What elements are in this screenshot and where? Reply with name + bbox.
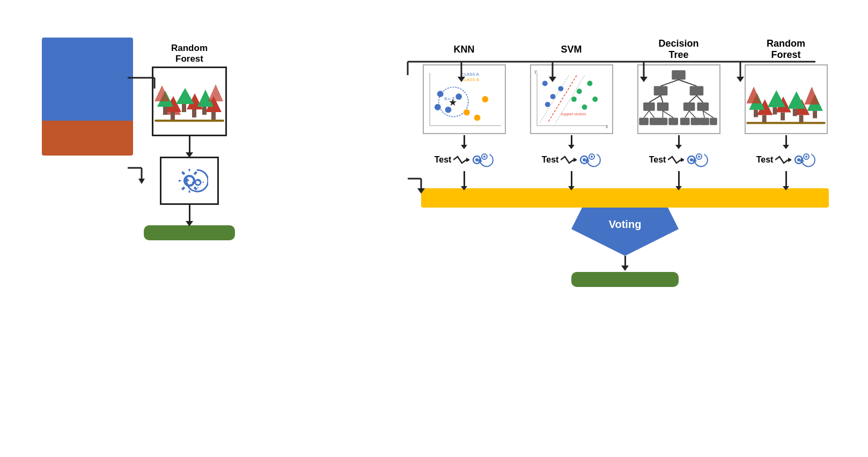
ens-forest-icon xyxy=(746,68,826,131)
dtree-zigzag xyxy=(668,154,684,165)
ensemble-section: KNN CLASS A CLASS B xyxy=(322,16,832,287)
svg-rect-76 xyxy=(657,102,669,111)
rf-test-gear: Test xyxy=(756,150,816,169)
sm-prediction xyxy=(144,225,235,240)
svg-point-125 xyxy=(797,158,800,161)
svg-rect-115 xyxy=(773,107,777,115)
rf-zigzag xyxy=(775,154,791,165)
svg-text:Voting: Voting xyxy=(609,218,642,230)
dtree-test-label: Test xyxy=(649,155,666,165)
dtree-arrow1 xyxy=(678,135,680,145)
svg-rect-2 xyxy=(171,112,175,120)
single-model-section: RandomForest xyxy=(36,16,240,240)
knn-zigzag xyxy=(453,154,469,165)
sm-rf-box xyxy=(152,67,227,136)
svg-point-67 xyxy=(591,156,593,158)
svg-rect-122 xyxy=(746,122,826,124)
rf-arrow2 xyxy=(785,171,787,186)
svm-box: x y support vectors xyxy=(530,64,613,134)
svg-point-61 xyxy=(582,105,587,110)
knn-arrow2 xyxy=(464,171,465,186)
ens-rf-label: RandomForest xyxy=(767,38,805,61)
dtree-icon xyxy=(639,68,718,131)
svg-point-56 xyxy=(558,86,563,91)
svm-arrow2 xyxy=(571,171,572,186)
svg-text:K= 3: K= 3 xyxy=(445,96,455,101)
dtree-col: DecisionTree xyxy=(633,38,724,188)
svm-arrow1 xyxy=(571,135,572,145)
ens-prediction xyxy=(571,272,679,287)
svg-point-60 xyxy=(592,97,598,102)
svg-point-33 xyxy=(435,104,441,110)
svg-point-55 xyxy=(550,94,556,99)
dtree-label: DecisionTree xyxy=(658,38,698,61)
sm-gear-icon xyxy=(171,165,208,197)
sm-forest-icon xyxy=(155,69,224,134)
svg-rect-72 xyxy=(690,86,704,95)
svg-rect-79 xyxy=(683,102,695,111)
svg-text:support vectors: support vectors xyxy=(561,112,586,116)
sm-arrow2 xyxy=(189,205,190,221)
voting-section: Voting xyxy=(421,208,829,287)
svg-rect-92 xyxy=(691,117,701,125)
svg-point-62 xyxy=(571,97,577,102)
svg-text:x: x xyxy=(606,124,608,129)
aggregate-bar xyxy=(421,188,829,208)
svm-label: SVM xyxy=(561,38,582,61)
svm-scatter-icon: x y support vectors xyxy=(532,68,611,131)
sm-data-block xyxy=(42,38,133,156)
svg-point-127 xyxy=(805,156,807,158)
svm-test-label: Test xyxy=(542,155,559,165)
svg-point-101 xyxy=(690,158,693,161)
knn-scatter-icon: CLASS A CLASS B xyxy=(424,68,504,131)
svg-rect-10 xyxy=(182,104,186,112)
dtree-gear-small xyxy=(684,150,708,169)
voting-arrow-svg: Voting xyxy=(571,208,679,256)
sm-gear-box xyxy=(160,157,219,205)
rf-test-label: Test xyxy=(756,155,774,165)
sm-train xyxy=(42,38,133,121)
ens-data-block xyxy=(322,38,408,156)
svg-point-58 xyxy=(577,89,582,94)
svg-rect-107 xyxy=(762,115,767,123)
knn-test-label: Test xyxy=(435,155,452,165)
svg-text:CLASS A: CLASS A xyxy=(461,72,480,77)
svg-point-30 xyxy=(437,91,444,97)
svg-rect-117 xyxy=(793,109,797,116)
ens-test xyxy=(322,121,408,156)
svg-rect-91 xyxy=(680,117,690,125)
dtree-arrow2 xyxy=(678,171,680,186)
svg-point-17 xyxy=(195,180,201,185)
svg-rect-12 xyxy=(202,107,207,115)
svg-rect-113 xyxy=(754,110,758,117)
svg-rect-4 xyxy=(192,109,196,117)
svg-rect-71 xyxy=(654,86,668,95)
sm-test xyxy=(42,121,133,156)
svg-rect-111 xyxy=(799,115,804,123)
svg-marker-139 xyxy=(571,208,679,256)
dtree-box xyxy=(637,64,720,134)
svg-point-59 xyxy=(587,81,593,86)
svg-point-35 xyxy=(482,96,488,102)
svm-test-gear: Test xyxy=(542,150,601,169)
rf-arrow1 xyxy=(785,135,787,145)
svg-rect-75 xyxy=(643,102,655,111)
svg-rect-84 xyxy=(650,117,659,125)
ens-rf-box xyxy=(745,64,828,134)
ens-final-arrow xyxy=(624,256,626,267)
svg-marker-9 xyxy=(176,88,194,104)
knn-label: KNN xyxy=(454,38,475,61)
svm-gear-small xyxy=(577,150,601,169)
svg-rect-8 xyxy=(163,107,167,115)
svg-text:CLASS B: CLASS B xyxy=(461,77,479,82)
svg-rect-70 xyxy=(672,70,686,80)
svg-rect-80 xyxy=(697,102,709,111)
svg-point-57 xyxy=(545,102,550,107)
ens-rf-col: RandomForest xyxy=(740,38,832,188)
svg-rect-119 xyxy=(813,111,817,119)
knn-arrow1 xyxy=(464,135,465,145)
ens-train xyxy=(322,38,408,121)
svg-rect-6 xyxy=(211,112,216,120)
svm-zigzag xyxy=(561,154,577,165)
svg-rect-109 xyxy=(781,113,785,121)
